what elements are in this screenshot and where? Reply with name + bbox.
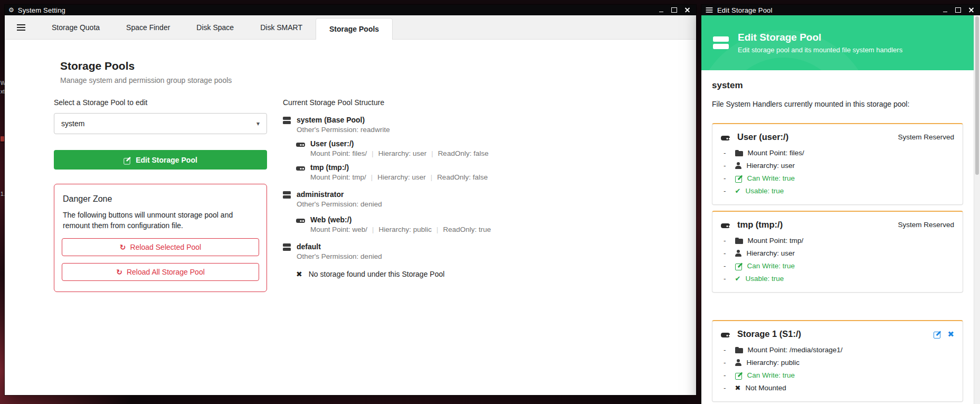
handlers-description: File System Handlers currently mounted i… (712, 100, 963, 108)
tab-bar: Storage Quota Space Finder Disk Space Di… (5, 15, 696, 40)
empty-pool-message: ✖ No storage found under this Storage Po… (296, 270, 675, 278)
pool-structure-column: Current Storage Pool Structure system (B… (283, 98, 675, 292)
fs-handler-name: Storage 1 (S1:/) (737, 329, 801, 339)
user-icon (735, 162, 742, 169)
folder-icon (735, 347, 743, 353)
hdd-icon (721, 331, 731, 337)
fs-handler-card-storage1: Storage 1 (S1:/) ✖ Mount Point: /media/s… (712, 320, 963, 402)
mount-point-row: Mount Point: files/ (721, 149, 954, 157)
window-title: System Setting (18, 6, 65, 14)
banner-subtitle: Edit storage pool and its mounted file s… (738, 46, 902, 54)
can-write-row: Can Write: true (721, 174, 954, 182)
desktop-icon-label-fragment: xt (1, 89, 5, 95)
tab-space-finder[interactable]: Space Finder (113, 15, 183, 39)
chevron-down-icon: ▾ (256, 120, 260, 127)
check-icon: ✔ (735, 187, 741, 194)
edit-storage-pool-label: Edit Storage Pool (136, 156, 197, 164)
edit-icon (735, 372, 743, 379)
mount-point-row: Mount Point: /media/storage1/ (721, 346, 954, 354)
system-setting-titlebar: ⚙ System Setting (5, 5, 696, 15)
edit-storage-pool-body: Edit Storage Pool Edit storage pool and … (701, 15, 980, 404)
folder-icon (735, 238, 743, 244)
structure-label: Current Storage Pool Structure (283, 98, 675, 107)
page-subtitle: Manage system and permission group stora… (60, 76, 675, 84)
tab-disk-smart[interactable]: Disk SMART (247, 15, 316, 39)
menu-icon[interactable] (14, 24, 28, 31)
empty-pool-text: No storage found under this Storage Pool (309, 270, 445, 278)
hdd-icon (296, 217, 305, 223)
edit-storage-pool-button[interactable]: Edit Storage Pool (54, 150, 267, 170)
system-reserved-badge: System Reserved (898, 221, 954, 229)
scrollbar-thumb[interactable] (975, 16, 979, 175)
hdd-icon (296, 164, 305, 171)
handler-actions: ✖ (934, 330, 954, 338)
fs-handler-card-tmp: tmp (tmp:/) System Reserved Mount Point:… (712, 211, 963, 293)
reload-all-label: Reload All Storage Pool (127, 268, 205, 276)
pool-selector-column: Select a Storage Pool to edit system ▾ E… (54, 98, 267, 292)
refresh-icon: ↻ (120, 243, 126, 251)
danger-zone-description: The following buttons will unmount stora… (63, 210, 253, 231)
hierarchy-row: Hierarchy: user (721, 162, 954, 170)
user-icon (735, 250, 742, 257)
edit-handler-button[interactable] (934, 331, 941, 338)
edit-storage-pool-window: Edit Storage Pool Edit Storage Pool Edit… (701, 5, 980, 404)
hierarchy-row: Hierarchy: user (721, 249, 954, 257)
handler-name: User (user:/) (310, 139, 489, 148)
window-controls (938, 5, 978, 15)
hdd-icon (721, 221, 731, 228)
reload-all-pool-button[interactable]: ↻ Reload All Storage Pool (62, 263, 259, 281)
can-write-row: Can Write: true (721, 371, 954, 379)
handler-details: Mount Point: web/Hierarchy: publicReadOn… (310, 226, 491, 233)
page-title: Storage Pools (60, 60, 675, 72)
edit-icon (735, 262, 743, 270)
select-pool-label: Select a Storage Pool to edit (54, 98, 267, 107)
hierarchy-row: Hierarchy: public (721, 359, 954, 367)
server-icon (283, 117, 291, 124)
pool-name: default (297, 242, 382, 251)
x-icon: ✖ (296, 270, 302, 278)
edit-icon (735, 175, 743, 182)
tab-storage-pools[interactable]: Storage Pools (316, 18, 393, 40)
server-icon (283, 191, 291, 199)
hamburger-icon (17, 24, 25, 31)
handler-details: Mount Point: tmp/Hierarchy: userReadOnly… (310, 173, 488, 181)
minimize-button[interactable] (938, 5, 952, 15)
window-title: Edit Storage Pool (717, 6, 773, 14)
fs-handler-card-user: User (user:/) System Reserved Mount Poin… (712, 123, 963, 205)
handler-details: Mount Point: files/Hierarchy: userReadOn… (310, 149, 489, 157)
hdd-icon (721, 134, 731, 140)
server-icon (283, 243, 291, 251)
tab-storage-quota[interactable]: Storage Quota (39, 15, 113, 39)
edit-storage-pool-titlebar: Edit Storage Pool (701, 5, 980, 15)
storage-pool-select[interactable]: system ▾ (54, 113, 267, 134)
remove-handler-button[interactable]: ✖ (947, 330, 954, 338)
tab-disk-space[interactable]: Disk Space (183, 15, 247, 39)
pool-node-system: system (Base Pool) Other's Permission: r… (283, 116, 675, 134)
close-button[interactable] (681, 5, 694, 15)
danger-zone-title: Danger Zone (63, 194, 259, 204)
handler-name: Web (web:/) (310, 215, 491, 224)
hdd-icon (296, 140, 305, 147)
fs-handler-name: tmp (tmp:/) (737, 220, 783, 230)
usable-row: ✔ Usable: true (721, 275, 954, 283)
handler-node-user: User (user:/) Mount Point: files/Hierarc… (296, 139, 675, 157)
refresh-icon: ↻ (116, 268, 122, 276)
reload-selected-label: Reload Selected Pool (130, 243, 202, 251)
pool-name: system (Base Pool) (297, 116, 390, 124)
hamburger-icon (706, 7, 713, 13)
pool-permission: Other's Permission: denied (297, 200, 382, 208)
danger-zone-card: Danger Zone The following buttons will u… (54, 184, 267, 292)
scrollbar[interactable] (974, 15, 980, 404)
system-setting-window: ⚙ System Setting Storage Quota Space Fin… (5, 5, 696, 395)
edit-pool-banner: Edit Storage Pool Edit storage pool and … (701, 15, 974, 70)
close-button[interactable] (965, 5, 978, 15)
pool-name-heading: system (712, 80, 963, 91)
minimize-button[interactable] (654, 5, 668, 15)
maximize-button[interactable] (668, 5, 681, 15)
reload-selected-pool-button[interactable]: ↻ Reload Selected Pool (62, 238, 259, 256)
user-icon (735, 359, 742, 366)
maximize-button[interactable] (952, 5, 965, 15)
folder-icon (735, 150, 743, 156)
mount-point-row: Mount Point: tmp/ (721, 237, 954, 245)
check-icon: ✔ (735, 275, 741, 282)
